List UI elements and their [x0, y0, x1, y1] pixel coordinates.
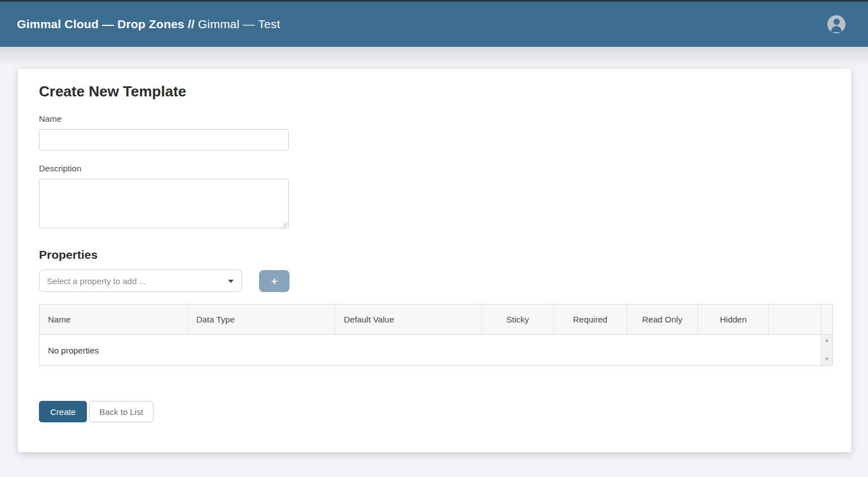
- properties-section-title: Properties: [39, 248, 830, 262]
- add-property-button[interactable]: +: [259, 270, 290, 292]
- table-scrollbar[interactable]: ▲ ▼: [821, 335, 832, 365]
- properties-table-header: Name Data Type Default Value Sticky Requ…: [40, 304, 832, 335]
- header-shadow: [0, 47, 868, 66]
- description-field-wrap: [39, 179, 289, 228]
- column-header-default-value: Default Value: [335, 304, 481, 334]
- name-input[interactable]: [39, 129, 289, 151]
- back-to-list-button[interactable]: Back to List: [89, 401, 154, 422]
- column-header-read-only: Read Only: [626, 304, 698, 334]
- table-empty-message: No properties: [40, 335, 821, 365]
- scroll-down-icon[interactable]: ▼: [825, 357, 830, 362]
- avatar-head-shape: [834, 19, 840, 25]
- name-label: Name: [39, 113, 830, 125]
- column-header-hidden: Hidden: [698, 304, 768, 334]
- column-header-required: Required: [554, 304, 626, 334]
- column-header-data-type: Data Type: [187, 304, 335, 334]
- column-header-sticky: Sticky: [481, 304, 554, 334]
- properties-table: Name Data Type Default Value Sticky Requ…: [39, 304, 833, 366]
- app-title: Gimmal Cloud — Drop Zones //Gimmal — Tes…: [17, 17, 280, 31]
- column-header-actions: [768, 304, 821, 334]
- user-avatar-icon[interactable]: [827, 15, 845, 33]
- property-add-row: Select a property to add ... +: [39, 270, 830, 292]
- scroll-up-icon[interactable]: ▲: [825, 338, 830, 343]
- property-select-placeholder: Select a property to add ...: [47, 276, 146, 286]
- app-header: Gimmal Cloud — Drop Zones //Gimmal — Tes…: [0, 2, 868, 47]
- avatar-shoulders-shape: [831, 26, 841, 32]
- property-select[interactable]: Select a property to add ...: [39, 270, 242, 292]
- column-header-name: Name: [40, 304, 187, 334]
- app-title-primary: Gimmal Cloud — Drop Zones //: [17, 17, 195, 30]
- properties-table-body: No properties ▲ ▼: [40, 335, 832, 365]
- description-textarea[interactable]: [39, 179, 289, 228]
- caret-down-icon: [228, 280, 234, 283]
- create-template-card: Create New Template Name Description Pro…: [18, 69, 851, 452]
- create-button[interactable]: Create: [39, 401, 87, 422]
- app-title-secondary: Gimmal — Test: [198, 17, 280, 30]
- footer-actions: Create Back to List: [39, 401, 830, 422]
- column-header-scroll-spacer: [821, 304, 832, 334]
- description-label: Description: [39, 163, 830, 174]
- page-title: Create New Template: [39, 82, 830, 101]
